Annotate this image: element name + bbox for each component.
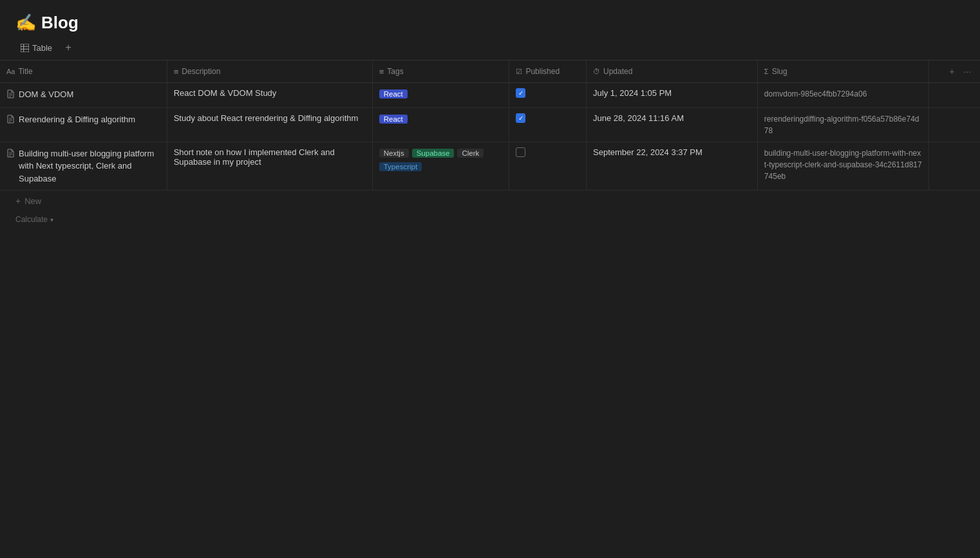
desc-col-label: Description: [182, 67, 220, 76]
row3-description-cell: Short note on how I implemented Clerk an…: [167, 142, 372, 191]
row1-title: DOM & VDOM: [19, 88, 73, 101]
doc-icon: [6, 115, 15, 127]
row1-updated: July 1, 2024 1:05 PM: [593, 88, 672, 98]
data-table: Aa Title ≡ Description ≡ Tags: [0, 60, 980, 191]
app-emoji: ✍️: [15, 13, 36, 33]
row2-updated: June 28, 2024 11:16 AM: [593, 113, 684, 123]
row3-title-cell[interactable]: Building multi-user blogging platform wi…: [0, 142, 167, 191]
slug-col-icon: Σ: [764, 68, 769, 75]
add-column-button[interactable]: +: [947, 65, 957, 78]
row1-slug-cell: domvdom-985ec4fbb7294a06: [757, 83, 928, 108]
published-col-label: Published: [525, 67, 560, 76]
row3-updated-cell: September 22, 2024 3:37 PM: [587, 142, 758, 191]
row1-published-cell[interactable]: ✓: [509, 83, 587, 108]
row2-tags-cell: React: [372, 107, 509, 142]
row3-extra-cell: [928, 142, 980, 191]
tags-col-icon: ≡: [379, 67, 384, 77]
row1-extra-cell: [928, 83, 980, 108]
tags-col-label: Tags: [387, 67, 403, 76]
row2-description: Study about React rerendering & Diffing …: [174, 113, 359, 123]
row2-description-cell: Study about React rerendering & Diffing …: [167, 107, 372, 142]
doc-icon: [6, 149, 15, 162]
slug-col-label: Slug: [772, 67, 787, 76]
new-row-button[interactable]: + New: [0, 191, 980, 211]
col-header-published[interactable]: ☑ Published: [509, 60, 587, 83]
row3-updated: September 22, 2024 3:37 PM: [593, 147, 702, 157]
col-header-slug[interactable]: Σ Slug: [757, 60, 928, 83]
calculate-chevron-icon: ▾: [50, 216, 53, 223]
row2-title: Rerendering & Diffing algorithm: [19, 113, 135, 126]
row3-tag-clerk[interactable]: Clerk: [457, 149, 484, 158]
title-col-label: Title: [18, 67, 32, 76]
desc-col-icon: ≡: [174, 67, 179, 77]
col-header-title[interactable]: Aa Title: [0, 60, 167, 83]
row1-title-cell[interactable]: DOM & VDOM: [0, 83, 167, 108]
row2-updated-cell: June 28, 2024 11:16 AM: [587, 107, 758, 142]
add-view-button[interactable]: +: [61, 41, 75, 55]
row2-published-checkbox[interactable]: ✓: [516, 113, 525, 123]
row3-tag-supabase[interactable]: Supabase: [412, 149, 455, 158]
col-header-updated[interactable]: ⏱ Updated: [587, 60, 758, 83]
row2-slug-cell: rerenderingdiffing-algorithm-f056a57b86e…: [757, 107, 928, 142]
row2-slug: rerenderingdiffing-algorithm-f056a57b86e…: [764, 115, 919, 135]
row1-updated-cell: July 1, 2024 1:05 PM: [587, 83, 758, 108]
col-header-description[interactable]: ≡ Description: [167, 60, 372, 83]
app-header: ✍️ Blog: [0, 0, 980, 38]
published-col-icon: ☑: [516, 68, 522, 76]
row1-tag-react[interactable]: React: [379, 89, 408, 98]
title-col-icon: Aa: [6, 68, 15, 75]
row2-published-cell[interactable]: ✓: [509, 107, 587, 142]
row3-slug: building-multi-user-blogging-platform-wi…: [764, 149, 922, 181]
row1-slug: domvdom-985ec4fbb7294a06: [764, 89, 867, 98]
row3-tag-nextjs[interactable]: Nextjs: [379, 149, 409, 158]
calculate-button[interactable]: Calculate ▾: [0, 211, 980, 228]
table-row: Building multi-user blogging platform wi…: [0, 142, 980, 191]
table-container: Aa Title ≡ Description ≡ Tags: [0, 60, 980, 191]
row2-title-cell[interactable]: Rerendering & Diffing algorithm: [0, 107, 167, 142]
new-row-label: New: [24, 196, 41, 206]
row3-description: Short note on how I implemented Clerk an…: [174, 147, 335, 167]
row3-slug-cell: building-multi-user-blogging-platform-wi…: [757, 142, 928, 191]
row2-tag-react[interactable]: React: [379, 115, 408, 124]
row3-published-checkbox[interactable]: [516, 147, 525, 157]
svg-rect-0: [21, 44, 29, 52]
doc-icon: [6, 89, 15, 102]
table-view-label: Table: [32, 43, 52, 53]
row3-tags-cell: Nextjs Supabase Clerk Typescript: [372, 142, 509, 191]
col-header-actions: + ···: [928, 60, 980, 83]
col-header-tags[interactable]: ≡ Tags: [372, 60, 509, 83]
row3-tag-typescript[interactable]: Typescript: [379, 162, 422, 171]
table-row: DOM & VDOM React DOM & VDOM Study React …: [0, 83, 980, 108]
row3-published-cell[interactable]: [509, 142, 587, 191]
calculate-label: Calculate: [15, 215, 48, 224]
row1-tags-cell: React: [372, 83, 509, 108]
row2-extra-cell: [928, 107, 980, 142]
table-icon: [21, 44, 29, 52]
view-bar: Table +: [0, 38, 980, 60]
more-options-button[interactable]: ···: [961, 65, 974, 78]
row1-description-cell: React DOM & VDOM Study: [167, 83, 372, 108]
table-view-tab[interactable]: Table: [15, 41, 57, 55]
row1-description: React DOM & VDOM Study: [174, 88, 277, 98]
updated-col-icon: ⏱: [593, 68, 600, 75]
app-title: Blog: [41, 13, 79, 33]
row1-published-checkbox[interactable]: ✓: [516, 88, 525, 98]
updated-col-label: Updated: [603, 67, 632, 76]
table-row: Rerendering & Diffing algorithm Study ab…: [0, 107, 980, 142]
new-row-plus-icon: +: [15, 196, 21, 206]
row3-title: Building multi-user blogging platform wi…: [19, 147, 160, 185]
